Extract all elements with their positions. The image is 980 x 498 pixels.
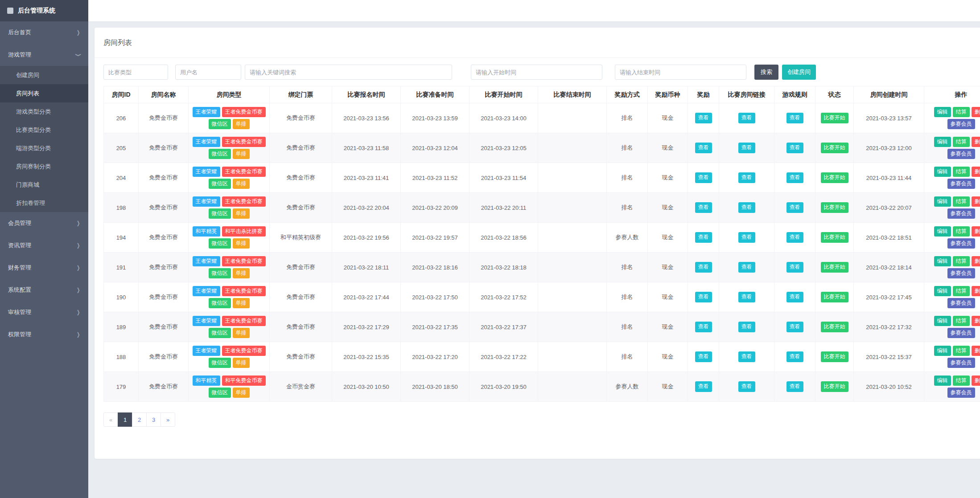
settle-button[interactable]: 结算: [953, 316, 970, 326]
settle-button[interactable]: 结算: [953, 167, 970, 177]
create-room-button[interactable]: 创建房间: [782, 65, 816, 80]
members-button[interactable]: 参赛会员: [947, 298, 975, 308]
view-rules-button[interactable]: 查看: [786, 232, 803, 242]
delete-button[interactable]: 删除: [972, 286, 980, 296]
keyword-input[interactable]: [245, 65, 452, 80]
settle-button[interactable]: 结算: [953, 107, 970, 117]
delete-button[interactable]: 删除: [972, 256, 980, 266]
view-rules-button[interactable]: 查看: [786, 262, 803, 272]
sidebar-item-审核管理[interactable]: 审核管理❯: [0, 301, 88, 323]
settle-button[interactable]: 结算: [953, 346, 970, 356]
sidebar-item-权限管理[interactable]: 权限管理❯: [0, 323, 88, 346]
pagination-prev[interactable]: «: [103, 412, 118, 427]
sidebar-item-游戏管理[interactable]: 游戏管理❯: [0, 44, 88, 66]
delete-button[interactable]: 删除: [972, 376, 980, 386]
sidebar-item-会员管理[interactable]: 会员管理❯: [0, 212, 88, 234]
members-button[interactable]: 参赛会员: [947, 238, 975, 249]
view-room-link-button[interactable]: 查看: [738, 322, 755, 332]
members-button[interactable]: 参赛会员: [947, 149, 975, 159]
sidebar-item-系统配置[interactable]: 系统配置❯: [0, 279, 88, 301]
view-rules-button[interactable]: 查看: [786, 113, 803, 123]
view-rules-button-cell: 查看: [774, 312, 815, 342]
view-room-link-button[interactable]: 查看: [738, 232, 755, 242]
view-reward-button[interactable]: 查看: [695, 143, 712, 153]
match-type-select[interactable]: [103, 65, 168, 80]
sidebar-item-房间赛制分类[interactable]: 房间赛制分类: [0, 157, 88, 176]
sidebar-item-游戏类型分类[interactable]: 游戏类型分类: [0, 102, 88, 121]
view-room-link-button[interactable]: 查看: [738, 351, 755, 362]
edit-button[interactable]: 编辑: [934, 286, 951, 296]
edit-button[interactable]: 编辑: [934, 376, 951, 386]
view-rules-button[interactable]: 查看: [786, 202, 803, 212]
view-room-link-button[interactable]: 查看: [738, 381, 755, 392]
edit-button[interactable]: 编辑: [934, 167, 951, 177]
view-rules-button[interactable]: 查看: [786, 381, 803, 392]
settle-button[interactable]: 结算: [953, 376, 970, 386]
members-button[interactable]: 参赛会员: [947, 208, 975, 219]
view-room-link-button[interactable]: 查看: [738, 292, 755, 302]
view-rules-button[interactable]: 查看: [786, 172, 803, 183]
view-rules-button[interactable]: 查看: [786, 292, 803, 302]
members-button[interactable]: 参赛会员: [947, 268, 975, 278]
sidebar-item-端游类型分类[interactable]: 端游类型分类: [0, 139, 88, 157]
view-reward-button[interactable]: 查看: [695, 292, 712, 302]
members-button[interactable]: 参赛会员: [947, 328, 975, 338]
sidebar-item-折扣卷管理[interactable]: 折扣卷管理: [0, 194, 88, 212]
settle-button[interactable]: 结算: [953, 286, 970, 296]
members-button[interactable]: 参赛会员: [947, 119, 975, 129]
sidebar-item-比赛类型分类[interactable]: 比赛类型分类: [0, 121, 88, 139]
view-reward-button[interactable]: 查看: [695, 262, 712, 272]
view-reward-button[interactable]: 查看: [695, 113, 712, 123]
edit-button[interactable]: 编辑: [934, 137, 951, 147]
username-select[interactable]: [175, 65, 241, 80]
sidebar-item-资讯管理[interactable]: 资讯管理❯: [0, 234, 88, 257]
settle-button[interactable]: 结算: [953, 196, 970, 207]
pagination-page-2[interactable]: 2: [132, 412, 147, 427]
edit-button[interactable]: 编辑: [934, 107, 951, 117]
view-reward-button[interactable]: 查看: [695, 351, 712, 362]
delete-button[interactable]: 删除: [972, 316, 980, 326]
delete-button[interactable]: 删除: [972, 167, 980, 177]
view-reward-button[interactable]: 查看: [695, 172, 712, 183]
view-room-link-button[interactable]: 查看: [738, 262, 755, 272]
settle-button[interactable]: 结算: [953, 137, 970, 147]
sidebar-item-门票商城[interactable]: 门票商城: [0, 176, 88, 194]
view-rules-button[interactable]: 查看: [786, 143, 803, 153]
end-time-input[interactable]: [615, 65, 746, 80]
search-button[interactable]: 搜索: [754, 65, 778, 80]
settle-button[interactable]: 结算: [953, 226, 970, 237]
settle-button[interactable]: 结算: [953, 256, 970, 266]
edit-button[interactable]: 编辑: [934, 226, 951, 237]
delete-button[interactable]: 删除: [972, 226, 980, 237]
pagination-page-3[interactable]: 3: [146, 412, 161, 427]
delete-button[interactable]: 删除: [972, 137, 980, 147]
sidebar-item-房间列表[interactable]: 房间列表: [0, 84, 88, 102]
sidebar-item-创建房间[interactable]: 创建房间: [0, 66, 88, 84]
view-reward-button[interactable]: 查看: [695, 381, 712, 392]
view-reward-button[interactable]: 查看: [695, 232, 712, 242]
edit-button[interactable]: 编辑: [934, 256, 951, 266]
start-time-input[interactable]: [471, 65, 602, 80]
edit-button[interactable]: 编辑: [934, 196, 951, 207]
view-room-link-button[interactable]: 查看: [738, 202, 755, 212]
view-room-link-button[interactable]: 查看: [738, 113, 755, 123]
delete-button[interactable]: 删除: [972, 346, 980, 356]
members-button[interactable]: 参赛会员: [947, 179, 975, 189]
view-room-link-button[interactable]: 查看: [738, 143, 755, 153]
pagination-page-1[interactable]: 1: [118, 412, 132, 427]
sidebar-item-后台首页[interactable]: 后台首页❯: [0, 21, 88, 44]
pagination-next[interactable]: »: [161, 412, 175, 427]
view-rules-button[interactable]: 查看: [786, 322, 803, 332]
sidebar-item-label: 房间赛制分类: [16, 163, 51, 171]
members-button[interactable]: 参赛会员: [947, 388, 975, 398]
view-reward-button[interactable]: 查看: [695, 322, 712, 332]
members-button[interactable]: 参赛会员: [947, 358, 975, 368]
delete-button[interactable]: 删除: [972, 196, 980, 207]
view-reward-button[interactable]: 查看: [695, 202, 712, 212]
sidebar-item-财务管理[interactable]: 财务管理❯: [0, 257, 88, 279]
edit-button[interactable]: 编辑: [934, 346, 951, 356]
edit-button[interactable]: 编辑: [934, 316, 951, 326]
view-rules-button[interactable]: 查看: [786, 351, 803, 362]
view-room-link-button[interactable]: 查看: [738, 172, 755, 183]
delete-button[interactable]: 删除: [972, 107, 980, 117]
